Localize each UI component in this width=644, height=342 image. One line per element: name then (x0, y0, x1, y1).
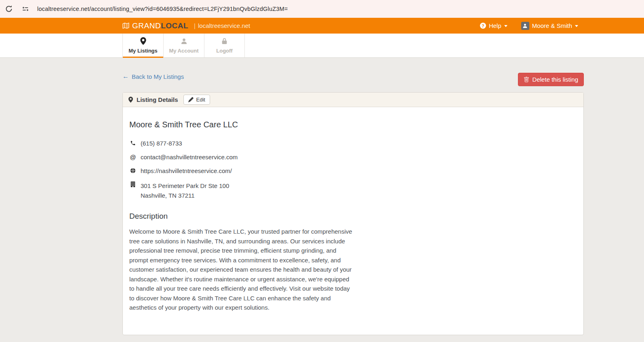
panel-title: Listing Details (137, 96, 178, 103)
phone-icon (129, 140, 137, 146)
address-line-1: 301 S Perimeter Park Dr Ste 100 (141, 182, 229, 189)
website-value: https://nashvilletntreeservice.com/ (141, 167, 232, 174)
app-header: GRANDLOCAL |localtreeservice.net ? Help … (0, 18, 644, 34)
website-row: https://nashvilletntreeservice.com/ (129, 167, 577, 174)
browser-address-bar: localtreeservice.net/account/listing_vie… (0, 0, 644, 18)
tab-label: My Listings (128, 48, 158, 54)
delete-button-label: Delete this listing (532, 76, 578, 83)
address-line-2: Nashville, TN 37211 (141, 192, 195, 199)
description-heading: Description (129, 212, 577, 221)
back-arrow-icon: ← (122, 73, 129, 80)
panel-body: Moore & Smith Tree Care LLC (615) 877-87… (123, 107, 583, 335)
business-name: Moore & Smith Tree Care LLC (129, 120, 577, 129)
building-icon (129, 182, 137, 187)
tab-my-listings[interactable]: My Listings (122, 34, 163, 57)
reload-icon[interactable] (5, 5, 13, 13)
phone-row: (615) 877-8733 (129, 140, 577, 147)
tab-bar: My Listings My Account Logoff (0, 34, 644, 58)
pencil-icon (188, 97, 194, 102)
description-text: Welcome to Moore & Smith Tree Care LLC, … (129, 227, 352, 312)
edit-button-label: Edit (196, 97, 205, 103)
person-icon (181, 37, 187, 45)
map-pin-icon (128, 97, 133, 103)
site-name: |localtreeservice.net (194, 22, 250, 29)
listing-details-panel: Listing Details Edit Moore & Smith Tree … (122, 92, 584, 335)
listing-toolbar: ← Back to My Listings Delete this listin… (122, 73, 584, 86)
grandlocal-logo[interactable]: GRANDLOCAL (122, 21, 188, 30)
back-to-listings-link[interactable]: ← Back to My Listings (122, 73, 184, 80)
brand-wordmark: GRANDLOCAL (132, 21, 188, 30)
user-avatar-icon (521, 22, 529, 30)
lock-icon (221, 37, 228, 45)
back-link-label: Back to My Listings (132, 73, 184, 80)
tab-my-account[interactable]: My Account (163, 34, 204, 57)
tab-label: My Account (169, 48, 198, 54)
globe-icon (129, 168, 137, 173)
site-settings-icon[interactable] (21, 5, 30, 13)
map-logo-icon (122, 22, 129, 29)
help-label: Help (489, 22, 501, 29)
help-icon: ? (480, 23, 486, 29)
email-row: @ contact@nashvilletntreeservice.com (129, 154, 577, 160)
map-pin-icon (140, 37, 147, 45)
tab-label: Logoff (216, 48, 232, 54)
help-menu[interactable]: ? Help (480, 22, 507, 29)
trash-icon (524, 77, 529, 82)
account-name: Moore & Smith (532, 22, 572, 29)
address-row: 301 S Perimeter Park Dr Ste 100Nashville… (129, 181, 577, 201)
at-icon: @ (129, 154, 137, 160)
caret-down-icon (504, 25, 507, 27)
caret-down-icon (575, 25, 578, 27)
delete-listing-button[interactable]: Delete this listing (518, 73, 584, 86)
phone-value: (615) 877-8733 (141, 140, 182, 147)
account-menu[interactable]: Moore & Smith (521, 22, 578, 30)
edit-listing-button[interactable]: Edit (183, 95, 210, 105)
url-text[interactable]: localtreeservice.net/account/listing_vie… (37, 6, 288, 12)
address-value: 301 S Perimeter Park Dr Ste 100Nashville… (141, 181, 229, 201)
tab-logoff[interactable]: Logoff (204, 34, 245, 57)
email-value: contact@nashvilletntreeservice.com (141, 154, 238, 160)
panel-header: Listing Details Edit (123, 93, 583, 107)
